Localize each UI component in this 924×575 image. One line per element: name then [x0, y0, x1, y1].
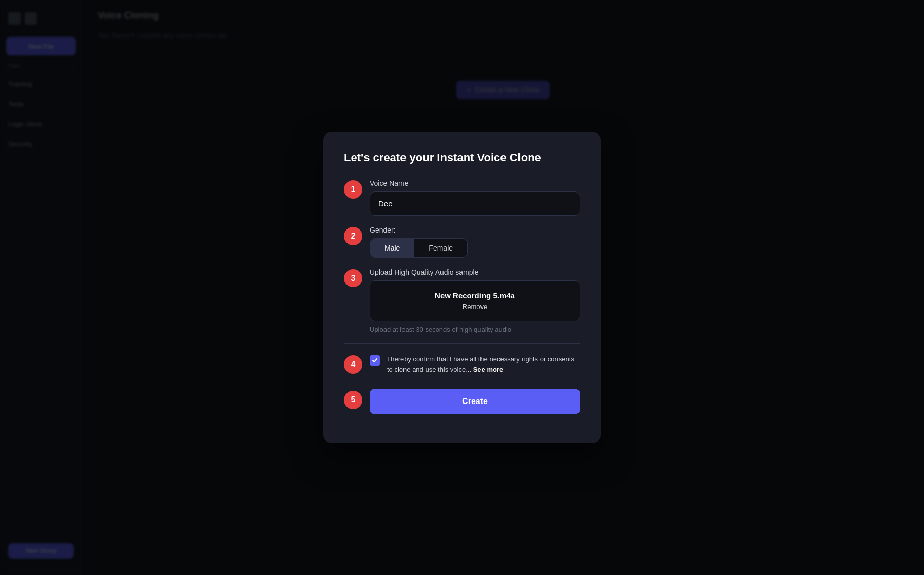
upload-hint: Upload at least 30 seconds of high quali… — [370, 325, 580, 333]
step5-badge: 5 — [344, 391, 362, 409]
step4-row: 4 I hereby confirm that I have all the n… — [344, 354, 580, 374]
step1-badge: 1 — [344, 180, 362, 199]
step3-badge: 3 — [344, 269, 362, 288]
voice-clone-modal: Let's create your Instant Voice Clone 1 … — [323, 132, 601, 444]
step4-badge: 4 — [344, 355, 362, 374]
consent-checkbox[interactable] — [370, 355, 380, 366]
create-button[interactable]: Create — [370, 389, 580, 414]
see-more-link[interactable]: See more — [473, 366, 504, 373]
modal-title: Let's create your Instant Voice Clone — [344, 150, 580, 165]
voice-name-input[interactable] — [370, 191, 580, 216]
checkmark-icon — [372, 357, 378, 363]
modal-overlay: Let's create your Instant Voice Clone 1 … — [0, 0, 924, 575]
gender-label: Gender: — [370, 226, 580, 234]
step2-content: Gender: Male Female — [370, 226, 580, 258]
consent-text: I hereby confirm that I have all the nec… — [387, 355, 574, 373]
step5-content: Create — [370, 385, 580, 414]
voice-name-label: Voice Name — [370, 179, 580, 187]
audio-filename: New Recording 5.m4a — [380, 291, 569, 300]
step5-row: 5 Create — [344, 385, 580, 414]
step2-row: 2 Gender: Male Female — [344, 226, 580, 258]
audio-upload-label: Upload High Quality Audio sample — [370, 268, 580, 276]
gender-toggle[interactable]: Male Female — [370, 238, 468, 258]
step1-content: Voice Name — [370, 179, 580, 216]
consent-content: I hereby confirm that I have all the nec… — [387, 354, 580, 374]
step2-badge: 2 — [344, 227, 362, 245]
step3-content: Upload High Quality Audio sample New Rec… — [370, 268, 580, 333]
step1-row: 1 Voice Name — [344, 179, 580, 216]
audio-remove-link[interactable]: Remove — [380, 303, 569, 311]
modal-divider — [344, 343, 580, 344]
gender-male-option[interactable]: Male — [370, 239, 414, 257]
gender-female-option[interactable]: Female — [414, 239, 467, 257]
step3-row: 3 Upload High Quality Audio sample New R… — [344, 268, 580, 333]
audio-upload-box[interactable]: New Recording 5.m4a Remove — [370, 280, 580, 321]
